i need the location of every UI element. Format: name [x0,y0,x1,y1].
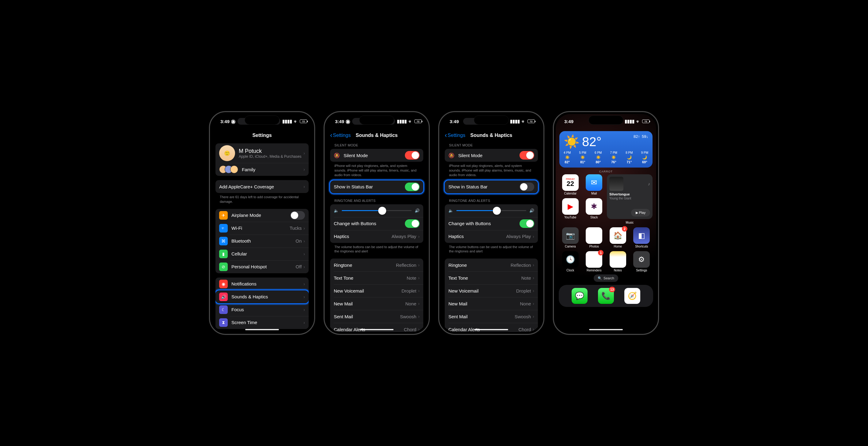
back-button[interactable]: ‹ Settings [330,131,351,139]
home-indicator[interactable] [589,329,623,330]
phone-home: 3:49 ▮▮▮▮ ᯤ 72 ☀️ 82° 82↑ 59↓ 4 PM ☀️ 82… [553,111,659,335]
row-label: Bluetooth [231,238,296,244]
silent-mode-row[interactable]: 🔕 Silent Mode [445,149,538,162]
show-status-toggle[interactable] [520,183,534,191]
app-shortcuts[interactable]: ◧Shortcuts [631,227,653,248]
app-mail[interactable]: ✉︎Mail [583,174,605,195]
show-status-bar-row[interactable]: Show in Status Bar [445,181,538,193]
app-label: Mail [591,192,597,195]
volume-slider-row[interactable]: 🔈 🔊 [330,204,423,217]
tone-row-ringtone[interactable]: Ringtone Reflection › [445,258,538,272]
app-messages[interactable]: 💬 [571,288,588,304]
haptics-row[interactable]: Haptics Always Play › [330,230,423,243]
applecare-row[interactable]: Add AppleCare+ Coverage › [215,180,309,193]
silent-mode-row[interactable]: 🔕 Silent Mode [330,149,423,162]
applecare-label: Add AppleCare+ Coverage [219,184,303,189]
settings-row-personal-hotspot[interactable]: ⊘Personal HotspotOff› [215,260,309,273]
tone-row-text-tone[interactable]: Text Tone Note › [330,272,423,284]
change-buttons-toggle[interactable] [520,219,534,228]
app-camera[interactable]: 📷Camera [559,227,582,248]
app-slack[interactable]: ✱Slack [583,198,605,219]
tone-row-sent-mail[interactable]: Sent Mail Swoosh › [445,310,538,323]
search-button[interactable]: 🔍 Search [594,275,618,282]
volume-track[interactable] [456,210,526,211]
silent-icon [345,119,350,124]
app-youtube[interactable]: ▶YouTube [559,198,582,219]
app-calendar[interactable]: FRIDAY22Calendar [559,174,582,195]
show-status-toggle[interactable] [405,183,420,191]
silent-mode-toggle[interactable] [405,151,420,160]
hour-temp: 81° [580,160,585,164]
row-value: Off [296,264,302,269]
section-header-ring: RINGTONE AND ALERTS [445,198,538,204]
settings-row-cellular[interactable]: ▮Cellular› [215,248,309,260]
chevron-left-icon: ‹ [445,131,447,139]
row-label: New Voicemail [334,288,402,293]
settings-row-screen-time[interactable]: ⧗Screen Time› [215,316,309,329]
app-clock[interactable]: 🕓Clock [559,251,582,272]
tone-row-new-mail[interactable]: New Mail None › [330,297,423,310]
change-buttons-toggle[interactable] [405,219,420,228]
focus-icon: ☾ [219,306,228,314]
family-row[interactable]: Family › [215,163,309,176]
hour-label: 6 PM [595,151,602,154]
settings-row-sounds-haptics[interactable]: 🔊Sounds & Haptics› [215,290,309,303]
haptics-row[interactable]: Haptics Always Play › [445,230,538,243]
weather-widget[interactable]: ☀️ 82° 82↑ 59↓ 4 PM ☀️ 82°5 PM ☀️ 81°6 P… [559,131,653,167]
settings-row-focus[interactable]: ☾Focus› [215,303,309,316]
volume-slider-row[interactable]: 🔈 🔊 [445,204,538,217]
hour-icon: ☀️ [580,155,585,160]
tone-row-new-voicemail[interactable]: New Voicemail Droplet › [330,284,423,297]
tone-row-new-voicemail[interactable]: New Voicemail Droplet › [445,284,538,297]
mail-icon: ✉︎ [586,174,602,191]
music-note-icon: ♪ [648,181,650,186]
wi-fi-icon: ᯤ [219,224,228,232]
signal-icon: ▮▮▮▮ [510,119,520,124]
battery-icon: 72 [642,120,649,123]
chevron-right-icon: › [418,262,420,267]
home-indicator[interactable] [360,329,394,330]
tone-row-calendar-alerts[interactable]: Calendar Alerts Chord › [330,323,423,332]
home-indicator[interactable] [474,329,508,330]
back-label: Settings [333,133,351,138]
silent-mode-toggle[interactable] [520,151,534,160]
sounds-haptics-icon: 🔊 [219,292,228,301]
app-phone[interactable]: 📞13 [598,288,614,304]
toggle[interactable] [290,211,305,220]
app-safari[interactable]: 🧭 [624,288,640,304]
change-with-buttons-row[interactable]: Change with Buttons [330,217,423,230]
tone-row-text-tone[interactable]: Text Tone Note › [445,272,538,284]
settings-row-bluetooth[interactable]: ⌘BluetoothOn› [215,235,309,248]
weather-hour: 5 PM ☀️ 81° [579,151,586,164]
app-label: Slack [590,216,598,219]
tone-row-sent-mail[interactable]: Sent Mail Swoosh › [330,310,423,323]
chevron-right-icon: › [304,307,305,312]
settings-row-notifications[interactable]: ◉Notifications› [215,278,309,290]
chevron-right-icon: › [418,275,420,280]
app-home[interactable]: 🏠2Home [607,227,629,248]
back-button[interactable]: ‹ Settings [445,131,465,139]
volume-low-icon: 🔈 [334,208,339,213]
row-label: New Mail [448,301,520,306]
app-settings[interactable]: ⚙︎Settings [631,251,653,272]
tone-row-calendar-alerts[interactable]: Calendar Alerts Chord › [445,323,538,332]
app-reminders[interactable]: ≣1Reminders [583,251,605,272]
app-notes[interactable]: ≡Notes [607,251,629,272]
settings-row-airplane-mode[interactable]: ✈︎Airplane Mode [215,209,309,222]
apple-id-row[interactable]: 🙂 M Potuck Apple ID, iCloud+, Media & Pu… [215,144,309,163]
tone-row-new-mail[interactable]: New Mail None › [445,297,538,310]
status-bar: 3:49 ▮▮▮▮ ᯤ 72 [556,114,656,129]
change-with-buttons-row[interactable]: Change with Buttons [445,217,538,230]
settings-row-wi-fi[interactable]: ᯤWi-FiTucks› [215,222,309,235]
hour-icon: 🌙 [642,155,647,160]
home-indicator[interactable] [245,329,279,330]
volume-track[interactable] [342,210,412,211]
music-widget[interactable]: ♪ Silvertongue Young the Giant ▶ Play [607,174,653,219]
show-status-bar-row[interactable]: Show in Status Bar [330,181,423,193]
tone-row-ringtone[interactable]: Ringtone Reflection › [330,258,423,272]
row-value: Always Play [506,234,531,239]
play-button[interactable]: ▶ Play [631,209,650,217]
activity-pill-2 [259,118,280,125]
notes-icon: ≡ [610,251,626,268]
app-photos[interactable]: ❀Photos [583,227,605,248]
